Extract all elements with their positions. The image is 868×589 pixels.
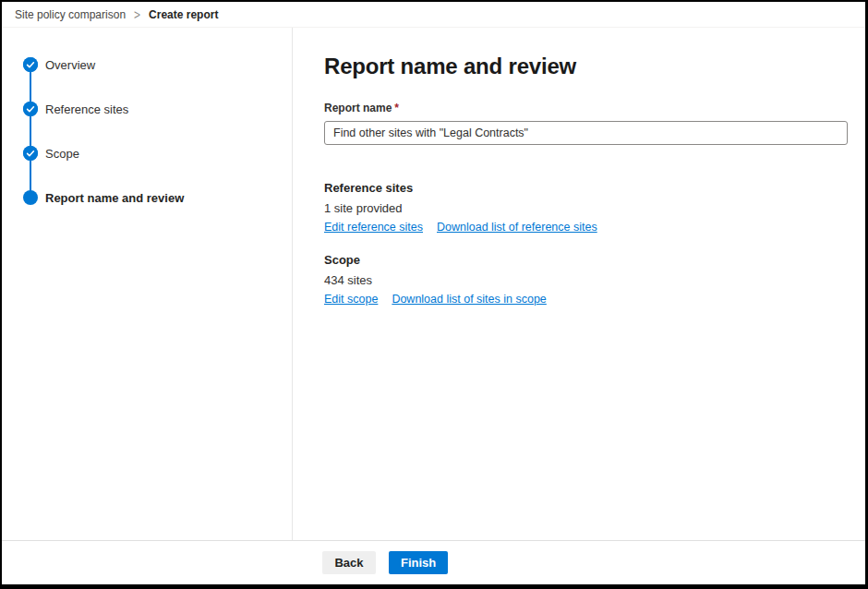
wizard-stepper-sidebar: Overview Reference sites Scope Report na… [2,28,293,540]
completed-check-icon [23,57,38,72]
breadcrumb-site-policy-comparison[interactable]: Site policy comparison [15,8,126,21]
back-button[interactable]: Back [322,551,376,574]
completed-check-icon [23,146,38,161]
breadcrumb: Site policy comparison > Create report [2,2,865,28]
stepper-connector-line [30,65,31,197]
page-title: Report name and review [324,54,848,79]
stepper-step-reference-sites[interactable]: Reference sites [23,102,292,116]
report-name-input[interactable] [324,121,848,145]
stepper-step-overview[interactable]: Overview [23,57,292,72]
stepper-step-label: Overview [45,58,95,72]
stepper-step-report-name-and-review[interactable]: Report name and review [23,190,292,205]
scope-summary: 434 sites [324,273,848,287]
download-reference-sites-link[interactable]: Download list of reference sites [437,221,597,234]
breadcrumb-create-report: Create report [149,8,218,21]
scope-section-title: Scope [324,253,848,267]
chevron-right-icon: > [134,6,140,23]
required-asterisk: * [392,102,399,114]
report-name-label-text: Report name [324,102,392,114]
stepper-step-label: Scope [45,147,79,161]
current-step-dot-icon [23,190,38,205]
report-name-label: Report name* [324,102,848,114]
create-report-wizard-window: Site policy comparison > Create report O… [0,0,868,589]
scope-section: Scope 434 sites Edit scope Download list… [324,253,848,306]
reference-sites-links: Edit reference sites Download list of re… [324,221,848,234]
finish-button[interactable]: Finish [389,551,448,574]
reference-sites-summary: 1 site provided [324,201,848,215]
scope-links: Edit scope Download list of sites in sco… [324,293,848,306]
edit-reference-sites-link[interactable]: Edit reference sites [324,221,423,234]
reference-sites-section: Reference sites 1 site provided Edit ref… [324,181,848,234]
download-sites-in-scope-link[interactable]: Download list of sites in scope [392,293,546,306]
wizard-body: Overview Reference sites Scope Report na… [2,28,865,540]
main-content: Report name and review Report name* Refe… [293,28,865,540]
edit-scope-link[interactable]: Edit scope [324,293,378,306]
wizard-footer: Back Finish [2,540,865,584]
reference-sites-section-title: Reference sites [324,181,848,195]
stepper-step-label: Reference sites [45,102,128,116]
stepper-step-scope[interactable]: Scope [23,146,292,161]
completed-check-icon [23,102,38,116]
stepper-step-label: Report name and review [45,191,184,205]
